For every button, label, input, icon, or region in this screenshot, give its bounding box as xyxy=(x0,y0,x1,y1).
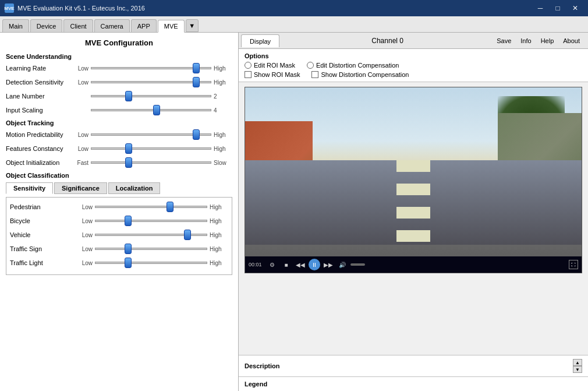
slider-max-traffic-light: High xyxy=(210,260,228,266)
classification-box: Pedestrian Low High Bicycle Low High Veh… xyxy=(6,197,232,275)
slider-input-traffic-sign[interactable] xyxy=(95,248,207,250)
rewind-button[interactable]: ◀◀ xyxy=(295,259,306,270)
tab-device[interactable]: Device xyxy=(30,19,63,32)
slider-min-features-constancy: Low xyxy=(70,146,88,152)
description-header: Description ▲ ▼ xyxy=(245,359,582,373)
right-tab-display[interactable]: Display xyxy=(241,34,279,47)
slider-max-pedestrian: High xyxy=(210,204,228,210)
title-bar: MVE MVE Evaluation Kit v5.1 - Eutecus In… xyxy=(0,0,588,16)
volume-button[interactable]: 🔊 xyxy=(336,259,348,270)
play-pause-button[interactable]: ⏸ xyxy=(309,259,320,270)
slider-input-traffic-light[interactable] xyxy=(95,262,207,264)
road-scene xyxy=(245,87,582,256)
slider-row-bicycle: Bicycle Low High xyxy=(10,215,228,227)
slider-max-features-constancy: High xyxy=(214,146,232,152)
slider-input-learning-rate[interactable] xyxy=(91,67,211,69)
option-label-show-distortion: Show Distortion Compensation xyxy=(321,71,409,78)
classification-tabs: Sensitivity Significance Localization xyxy=(6,182,232,194)
slider-input-detection-sensitivity[interactable] xyxy=(91,81,211,83)
slider-max-bicycle: High xyxy=(210,218,228,224)
slider-track-learning-rate[interactable] xyxy=(91,62,211,74)
slider-track-features-constancy[interactable] xyxy=(91,143,211,154)
options-section: Options Edit ROI Mask Edit Distortion Co… xyxy=(239,49,588,82)
option-edit-distortion[interactable]: Edit Distortion Compensation xyxy=(307,62,399,69)
slider-row-traffic-sign: Traffic Sign Low High xyxy=(10,243,228,255)
slider-input-object-initialization[interactable] xyxy=(91,161,211,164)
slider-track-motion-predictability[interactable] xyxy=(91,129,211,140)
slider-max-detection-sensitivity: High xyxy=(214,79,232,86)
slider-input-features-constancy[interactable] xyxy=(91,147,211,150)
tab-camera[interactable]: Camera xyxy=(94,19,130,32)
option-label-edit-roi-mask: Edit ROI Mask xyxy=(254,62,295,69)
slider-track-pedestrian[interactable] xyxy=(95,201,207,213)
slider-input-vehicle[interactable] xyxy=(95,234,207,236)
object-classification-header: Object Classification xyxy=(6,172,232,179)
class-tab-significance[interactable]: Significance xyxy=(54,182,107,194)
forward-button[interactable]: ▶▶ xyxy=(323,259,334,270)
scroll-up-button[interactable]: ▲ xyxy=(573,359,582,366)
slider-max-input-scaling: 4 xyxy=(214,107,232,114)
class-tab-sensitivity[interactable]: Sensitivity xyxy=(6,182,53,194)
right-header-actions: Save Info Help About xyxy=(494,36,588,45)
slider-row-traffic-light: Traffic Light Low High xyxy=(10,257,228,269)
option-show-roi-mask[interactable]: Show ROI Mask xyxy=(245,71,300,78)
slider-label-pedestrian: Pedestrian xyxy=(10,203,74,210)
slider-row-lane-number: Lane Number 2 xyxy=(6,90,232,102)
slider-track-bicycle[interactable] xyxy=(95,215,207,227)
info-button[interactable]: Info xyxy=(518,36,533,45)
slider-label-bicycle: Bicycle xyxy=(10,217,74,224)
slider-input-pedestrian[interactable] xyxy=(95,206,207,208)
slider-label-traffic-light: Traffic Light xyxy=(10,259,74,266)
checkbox-show-roi-mask[interactable] xyxy=(245,71,252,78)
slider-row-motion-predictability: Motion Predictability Low High xyxy=(6,129,232,140)
scene-understanding-header: Scene Understanding xyxy=(6,53,232,60)
video-time: 00:01 xyxy=(249,262,262,267)
slider-input-bicycle[interactable] xyxy=(95,220,207,222)
option-edit-roi-mask[interactable]: Edit ROI Mask xyxy=(245,62,295,69)
option-label-edit-distortion: Edit Distortion Compensation xyxy=(316,62,399,69)
slider-label-features-constancy: Features Constancy xyxy=(6,145,70,152)
slider-min-vehicle: Low xyxy=(74,232,93,238)
minimize-button[interactable]: ─ xyxy=(532,2,548,14)
app-icon: MVE xyxy=(5,3,14,13)
maximize-button[interactable]: □ xyxy=(550,2,566,14)
slider-track-vehicle[interactable] xyxy=(95,229,207,241)
legend-title: Legend xyxy=(245,381,267,388)
slider-track-traffic-sign[interactable] xyxy=(95,243,207,255)
slider-track-detection-sensitivity[interactable] xyxy=(91,76,211,88)
slider-input-motion-predictability[interactable] xyxy=(91,133,211,136)
slider-track-traffic-light[interactable] xyxy=(95,257,207,269)
slider-input-input-scaling[interactable] xyxy=(91,109,211,111)
checkbox-show-distortion[interactable] xyxy=(311,71,318,78)
radio-edit-distortion[interactable] xyxy=(307,62,314,69)
settings-button[interactable]: ⚙ xyxy=(267,259,278,270)
fullscreen-button[interactable]: ⛶ xyxy=(569,260,578,269)
close-button[interactable]: ✕ xyxy=(567,2,583,14)
slider-label-input-scaling: Input Scaling xyxy=(6,107,70,114)
class-tab-localization[interactable]: Localization xyxy=(108,182,161,194)
slider-label-detection-sensitivity: Detection Sensitivity xyxy=(6,79,70,86)
radio-edit-roi-mask[interactable] xyxy=(245,62,252,69)
right-panel: Display Channel 0 Save Info Help About O… xyxy=(239,33,588,391)
tab-main[interactable]: Main xyxy=(2,19,29,32)
slider-row-input-scaling: Input Scaling 4 xyxy=(6,104,232,116)
stop-button[interactable]: ■ xyxy=(281,259,292,270)
help-button[interactable]: Help xyxy=(539,36,557,45)
title-bar-controls: ─ □ ✕ xyxy=(532,2,583,14)
slider-min-detection-sensitivity: Low xyxy=(70,79,88,86)
tab-client[interactable]: Client xyxy=(63,19,93,32)
scroll-down-button[interactable]: ▼ xyxy=(573,366,582,373)
save-button[interactable]: Save xyxy=(494,36,513,45)
slider-min-bicycle: Low xyxy=(74,218,93,224)
video-area: 00:01 ⚙ ■ ◀◀ ⏸ ▶▶ 🔊 ⛶ xyxy=(239,82,588,355)
slider-track-lane-number[interactable] xyxy=(91,90,211,102)
slider-track-object-initialization[interactable] xyxy=(91,157,211,168)
about-button[interactable]: About xyxy=(561,36,582,45)
option-show-distortion[interactable]: Show Distortion Compensation xyxy=(311,71,409,78)
tab-app[interactable]: APP xyxy=(131,19,157,32)
slider-track-input-scaling[interactable] xyxy=(91,104,211,116)
slider-input-lane-number[interactable] xyxy=(91,95,211,97)
video-placeholder xyxy=(245,87,582,256)
tab-mve[interactable]: MVE xyxy=(158,20,185,33)
tab-dropdown[interactable]: ▼ xyxy=(186,19,199,32)
